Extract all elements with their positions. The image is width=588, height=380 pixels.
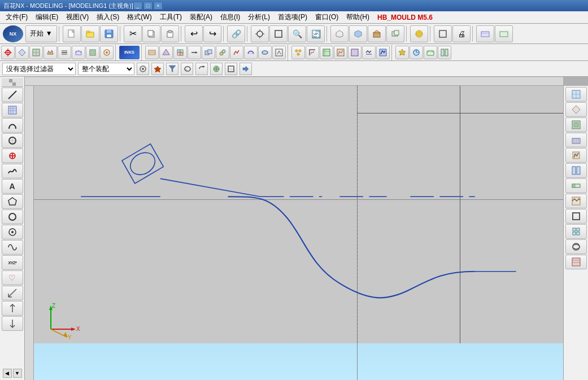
lt-xyz[interactable]: XYZ* — [2, 255, 23, 270]
tb2-30[interactable] — [438, 46, 451, 59]
tb2-17[interactable] — [244, 46, 258, 59]
tb2-13[interactable] — [188, 46, 201, 59]
lt-spline[interactable] — [2, 164, 23, 178]
tb2-5[interactable] — [58, 46, 71, 59]
minimize-btn[interactable]: _ — [133, 2, 142, 10]
snap-btn[interactable] — [251, 25, 269, 42]
lt-cross[interactable] — [2, 148, 23, 163]
redo-btn[interactable]: ↪ — [203, 25, 221, 42]
open-btn[interactable] — [81, 25, 99, 42]
tb2-14[interactable] — [202, 46, 215, 59]
menu-hbmould[interactable]: HB_MOULD M5.6 — [374, 12, 436, 23]
menu-help[interactable]: 帮助(H) — [343, 11, 373, 23]
close-btn[interactable]: × — [154, 2, 163, 10]
tb2-4[interactable] — [43, 46, 57, 59]
tb2-27[interactable] — [395, 46, 409, 59]
misc2[interactable] — [495, 25, 513, 42]
view3d-2[interactable] — [349, 25, 367, 42]
tb2-6[interactable] — [72, 46, 85, 59]
filter-chain-btn[interactable] — [181, 63, 193, 75]
cut-btn[interactable]: ✂ — [124, 25, 142, 42]
tb2-20[interactable] — [291, 46, 305, 59]
menu-edit[interactable]: 编辑(E) — [32, 11, 62, 23]
print-btn[interactable]: 🖨 — [452, 25, 471, 42]
undo-btn[interactable]: ↩ — [185, 25, 203, 42]
rp-7[interactable] — [565, 178, 587, 193]
start-button[interactable]: 开始 ▼ — [25, 25, 57, 42]
tb2-2[interactable] — [15, 46, 29, 59]
rp-2[interactable] — [565, 102, 587, 117]
menu-info[interactable]: 信息(I) — [217, 11, 243, 23]
refresh-btn[interactable]: 🔄 — [307, 25, 325, 42]
rp-12[interactable] — [565, 255, 587, 269]
filter-settings-btn[interactable] — [137, 63, 149, 75]
rp-4[interactable] — [565, 133, 587, 147]
misc1[interactable] — [476, 25, 494, 42]
tb2-25[interactable] — [362, 46, 376, 59]
sphere-btn[interactable] — [410, 25, 428, 42]
tb2-7[interactable] — [86, 46, 99, 59]
lt-tool14[interactable] — [2, 286, 23, 300]
tb2-3[interactable] — [29, 46, 43, 59]
tb2-29[interactable] — [424, 46, 437, 59]
tb2-12[interactable] — [173, 46, 187, 59]
rp-1[interactable] — [565, 87, 587, 102]
collapse-btn[interactable]: ◀ — [3, 369, 12, 378]
rp-5[interactable] — [565, 148, 587, 163]
tb2-16[interactable] — [230, 46, 243, 59]
rp-9[interactable] — [565, 209, 587, 224]
menu-preferences[interactable]: 首选项(P) — [275, 11, 311, 23]
lt-tool15[interactable] — [2, 301, 23, 316]
view3d-3[interactable] — [368, 25, 386, 42]
filter-square-btn[interactable] — [225, 63, 237, 75]
viewport-canvas[interactable]: Z X Y — [34, 86, 563, 380]
zoom-btn[interactable]: 🔍 — [288, 25, 306, 42]
lt-line[interactable] — [2, 88, 23, 102]
lt-polygon[interactable] — [2, 194, 23, 209]
lt-circle2[interactable] — [2, 209, 23, 224]
tb2-sketch[interactable] — [1, 46, 15, 59]
tb2-26[interactable] — [376, 46, 390, 59]
rp-8[interactable] — [565, 194, 587, 208]
paste-btn[interactable] — [161, 25, 179, 42]
lt-arc[interactable] — [2, 118, 23, 133]
assembly-selector[interactable]: 整个装配 — [78, 63, 134, 75]
lt-hatch[interactable] — [2, 103, 23, 117]
tb2-21[interactable] — [306, 46, 319, 59]
menu-view[interactable]: 视图(V) — [63, 11, 92, 23]
lt-tool16[interactable] — [2, 316, 23, 331]
lt-heart[interactable]: ♡ — [2, 270, 23, 285]
filter-selector[interactable]: 没有选择过滤器 — [2, 63, 76, 75]
filter-arrow-btn[interactable] — [239, 63, 252, 75]
rp-6[interactable] — [565, 163, 587, 178]
expand-btn[interactable]: ▼ — [13, 369, 22, 378]
lt-dot[interactable] — [2, 225, 23, 239]
filter-select-btn[interactable] — [166, 63, 178, 75]
menu-insert[interactable]: 插入(S) — [93, 11, 123, 23]
menu-format[interactable]: 格式(W) — [124, 11, 155, 23]
menu-assembly[interactable]: 装配(A) — [186, 11, 216, 23]
rp-10[interactable] — [565, 224, 587, 239]
tb2-18[interactable] — [258, 46, 272, 59]
save-btn[interactable] — [100, 25, 118, 42]
view3d-1[interactable] — [330, 25, 349, 42]
tb2-11[interactable] — [159, 46, 173, 59]
copy-btn[interactable] — [142, 25, 160, 42]
maximize-btn[interactable]: □ — [143, 2, 153, 10]
tb2-22[interactable] — [320, 46, 333, 59]
rect-btn[interactable] — [269, 25, 288, 42]
tb2-8[interactable] — [100, 46, 114, 59]
lt-circle[interactable] — [2, 133, 23, 148]
menu-analysis[interactable]: 分析(L) — [245, 11, 273, 23]
menu-file[interactable]: 文件(F) — [2, 11, 31, 23]
tb2-24[interactable] — [348, 46, 361, 59]
tb2-19[interactable] — [272, 46, 286, 59]
lt-text[interactable]: A — [2, 179, 23, 194]
tb2-10[interactable] — [145, 46, 159, 59]
tb2-23[interactable] — [334, 46, 347, 59]
lt-coil[interactable] — [2, 240, 23, 255]
menu-tools[interactable]: 工具(T) — [156, 11, 185, 23]
rp-11[interactable] — [565, 239, 587, 254]
tb2-28[interactable] — [410, 46, 423, 59]
new-btn[interactable] — [63, 25, 81, 42]
